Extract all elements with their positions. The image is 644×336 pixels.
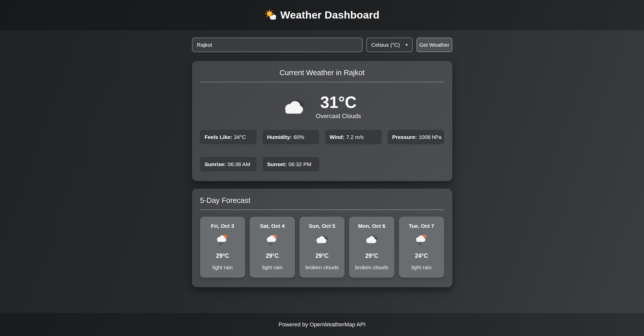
forecast-temp: 29°C: [302, 252, 343, 259]
forecast-description: light rain: [252, 264, 293, 270]
detail-value: 7.2 m/s: [346, 134, 364, 140]
weather-detail-chip: Sunset:06:32 PM: [263, 157, 319, 171]
forecast-date: Sat, Oct 4: [252, 223, 293, 229]
current-temperature: 31°C: [316, 94, 361, 111]
broken-clouds-icon: [364, 234, 379, 246]
detail-label: Sunrise:: [205, 161, 226, 167]
detail-label: Pressure:: [392, 134, 417, 140]
app-title-text: Weather Dashboard: [280, 9, 380, 21]
weather-detail-chip: Humidity:60%: [263, 130, 319, 144]
detail-value: 34°C: [234, 134, 246, 140]
forecast-day-card: Sun, Oct 529°Cbroken clouds: [299, 217, 345, 278]
detail-label: Sunset:: [267, 161, 287, 167]
city-input[interactable]: [192, 38, 363, 52]
forecast-day-card: Tue, Oct 724°Clight rain: [399, 217, 444, 278]
footer-text: Powered by OpenWeatherMap API: [278, 321, 365, 328]
light-rain-icon: [215, 234, 230, 246]
unit-select-wrap: Celsius (°C) ▼: [366, 38, 413, 52]
detail-value: 60%: [293, 134, 304, 140]
forecast-date: Sun, Oct 5: [302, 223, 343, 229]
current-weather-main: 31°C Overcast Clouds: [200, 94, 444, 120]
forecast-day-card: Sat, Oct 429°Clight rain: [250, 217, 295, 278]
light-rain-icon: [265, 234, 280, 246]
detail-value: 06:32 PM: [289, 161, 311, 167]
detail-value: 06:38 AM: [228, 161, 250, 167]
current-weather-title: Current Weather in Rajkot: [200, 69, 444, 77]
temp-block: 31°C Overcast Clouds: [316, 94, 361, 120]
forecast-date: Mon, Oct 6: [351, 223, 392, 229]
detail-label: Feels Like:: [205, 134, 232, 140]
forecast-title: 5-Day Forecast: [200, 196, 444, 205]
forecast-date: Tue, Oct 7: [401, 223, 442, 229]
unit-select[interactable]: Celsius (°C): [366, 38, 413, 52]
app-footer: Powered by OpenWeatherMap API: [0, 313, 644, 336]
forecast-description: light rain: [202, 264, 243, 270]
broken-clouds-icon: [314, 234, 329, 246]
forecast-card: 5-Day Forecast Fri, Oct 329°Clight rainS…: [192, 189, 452, 287]
forecast-temp: 29°C: [351, 252, 392, 259]
detail-label: Wind:: [330, 134, 345, 140]
weather-details: Feels Like:34°CHumidity:60%Wind:7.2 m/sP…: [200, 130, 444, 171]
weather-detail-chip: Feels Like:34°C: [200, 130, 257, 144]
app-title: Weather Dashboard: [265, 9, 380, 21]
app-header: Weather Dashboard: [0, 0, 644, 30]
forecast-description: broken clouds: [351, 264, 392, 270]
divider: [200, 210, 444, 210]
forecast-day-card: Mon, Oct 629°Cbroken clouds: [349, 217, 394, 278]
weather-detail-chip: Pressure:1008 hPa: [388, 130, 444, 144]
forecast-temp: 29°C: [252, 252, 293, 259]
sun-behind-cloud-icon: [265, 9, 276, 21]
weather-detail-chip: Sunrise:06:38 AM: [200, 157, 257, 171]
broken-clouds-icon: [283, 97, 307, 117]
forecast-temp: 29°C: [202, 252, 243, 259]
search-bar: Celsius (°C) ▼ Get Weather: [192, 38, 452, 52]
forecast-description: light rain: [401, 264, 442, 270]
main-container: Celsius (°C) ▼ Get Weather Current Weath…: [192, 30, 452, 287]
divider: [200, 82, 444, 82]
weather-detail-chip: Wind:7.2 m/s: [325, 130, 382, 144]
forecast-temp: 24°C: [401, 252, 442, 259]
detail-label: Humidity:: [267, 134, 292, 140]
forecast-description: broken clouds: [302, 264, 343, 270]
detail-value: 1008 hPa: [418, 134, 441, 140]
forecast-day-card: Fri, Oct 329°Clight rain: [200, 217, 245, 278]
current-condition: Overcast Clouds: [316, 113, 361, 120]
forecast-date: Fri, Oct 3: [202, 223, 243, 229]
current-weather-card: Current Weather in Rajkot: [192, 61, 452, 181]
weather-dashboard-page: Weather Dashboard Celsius (°C) ▼ Get Wea…: [0, 0, 644, 336]
light-rain-icon: [414, 234, 429, 246]
forecast-grid: Fri, Oct 329°Clight rainSat, Oct 429°Cli…: [200, 217, 444, 278]
get-weather-button[interactable]: Get Weather: [416, 38, 452, 52]
